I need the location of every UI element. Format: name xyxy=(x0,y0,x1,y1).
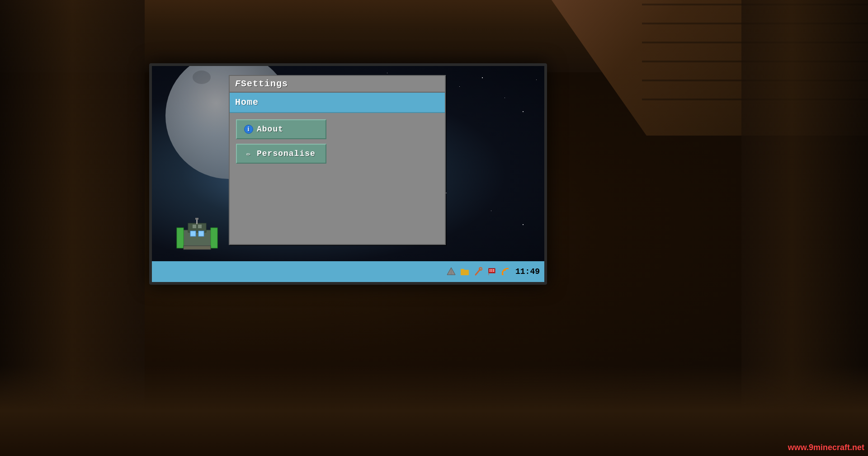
settings-dialog: FSettings Home i About ✏️ Perso xyxy=(229,75,446,245)
info-icon: i xyxy=(244,125,253,134)
svg-rect-7 xyxy=(193,225,196,228)
svg-rect-5 xyxy=(198,231,204,236)
home-label: Home xyxy=(235,97,259,108)
flag-icon[interactable] xyxy=(486,266,497,277)
pencil-icon: ✏️ xyxy=(246,149,251,158)
title-prefix: F xyxy=(235,79,241,89)
svg-rect-24 xyxy=(493,271,494,272)
folder-icon[interactable] xyxy=(459,266,470,277)
watermark: www.9minecraft.net xyxy=(788,443,864,452)
svg-rect-8 xyxy=(198,225,202,228)
taskbar: 11:49 xyxy=(152,261,544,282)
rss-icon[interactable] xyxy=(500,266,511,277)
svg-rect-14 xyxy=(461,269,464,271)
pyramid-icon[interactable] xyxy=(446,266,457,277)
spacecraft xyxy=(172,216,231,257)
svg-rect-20 xyxy=(491,269,492,270)
settings-titlebar: FSettings xyxy=(230,76,445,93)
home-bar[interactable]: Home xyxy=(230,93,445,113)
computer-monitor: FSettings Home i About ✏️ Perso xyxy=(149,63,547,285)
svg-rect-21 xyxy=(493,269,494,270)
wood-floor xyxy=(0,366,868,456)
settings-content: i About ✏️ Personalise xyxy=(230,113,445,244)
taskbar-clock: 11:49 xyxy=(515,267,540,276)
svg-rect-2 xyxy=(177,228,184,248)
svg-rect-19 xyxy=(490,269,491,270)
monitor-screen: FSettings Home i About ✏️ Perso xyxy=(152,66,544,282)
about-button[interactable]: i About xyxy=(236,119,326,139)
svg-rect-3 xyxy=(211,228,217,248)
personalise-label: Personalise xyxy=(257,149,316,158)
personalise-button[interactable]: ✏️ Personalise xyxy=(236,144,326,164)
svg-rect-23 xyxy=(491,271,492,272)
personalise-button-icon: ✏️ xyxy=(244,149,253,158)
about-label: About xyxy=(257,125,283,134)
about-button-icon: i xyxy=(244,125,253,134)
wrench-icon[interactable] xyxy=(473,266,484,277)
svg-point-25 xyxy=(502,273,504,275)
svg-rect-4 xyxy=(190,231,196,236)
svg-rect-6 xyxy=(184,246,211,249)
svg-rect-22 xyxy=(490,271,491,272)
svg-rect-10 xyxy=(195,218,198,220)
settings-title: Settings xyxy=(241,79,288,89)
